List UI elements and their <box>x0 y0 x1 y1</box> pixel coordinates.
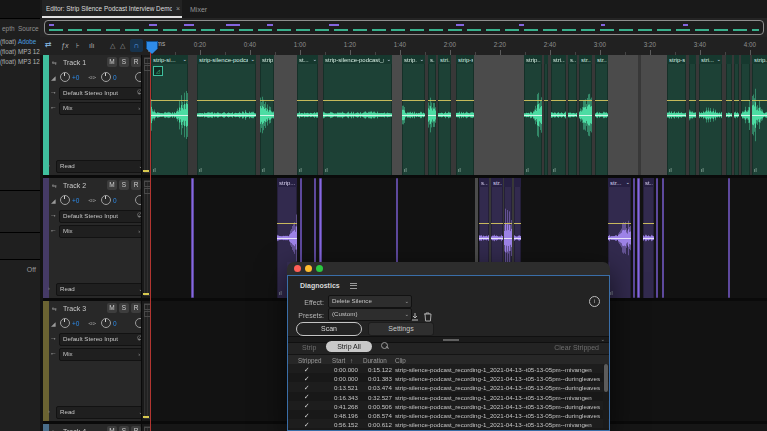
pan-knob[interactable] <box>101 195 111 205</box>
file-list-item[interactable]: (float)Adobe <box>0 37 40 47</box>
solo-button[interactable]: S <box>119 426 129 431</box>
pan-knob[interactable] <box>101 72 111 82</box>
clip-gain-icon[interactable]: ıl <box>404 167 407 173</box>
volume-envelope-line[interactable] <box>151 100 188 101</box>
clip-gain-icon[interactable]: ıl <box>610 290 613 296</box>
files-column-source[interactable]: Source <box>18 26 39 33</box>
audio-clip[interactable]: st...⌄ıl <box>297 55 318 175</box>
mute-button[interactable]: M <box>107 180 117 190</box>
arm-button[interactable]: R <box>131 180 141 190</box>
volume-envelope-line[interactable] <box>752 100 767 101</box>
audio-clip[interactable]: strip-si...ıl <box>456 55 474 175</box>
output-select[interactable]: Mix› <box>59 102 141 115</box>
chevron-down-icon[interactable]: ⌄ <box>600 336 605 342</box>
diagnostic-row[interactable]: ✓0:56.1520:00.612strip-silence-podcast_r… <box>288 419 609 428</box>
track-drag-icon[interactable]: ⇆ <box>52 305 57 312</box>
stripped-silence-block[interactable] <box>474 55 524 175</box>
scan-button[interactable]: Scan <box>296 322 362 336</box>
audio-clip-sliver[interactable] <box>656 178 658 298</box>
input-select[interactable]: Default Stereo Input› <box>59 210 141 223</box>
column-duration[interactable]: Duration <box>363 357 387 364</box>
audio-clip[interactable]: strip-silence-podcast_...⌄ıl <box>197 55 256 175</box>
volume-knob[interactable] <box>60 318 70 328</box>
diagnostic-row[interactable]: ✓0:41.2680:00.506strip-silence-podcast_r… <box>288 401 609 410</box>
clip-gain-icon[interactable]: ıl <box>701 167 704 173</box>
tab-mixer[interactable]: Mixer <box>190 6 207 13</box>
volume-envelope-line[interactable] <box>197 100 256 101</box>
audio-clip[interactable]: st... <box>643 178 654 298</box>
track-lane[interactable]: strip-si...⌄ıl◿strip-silence-podcast_...… <box>149 55 767 175</box>
volume-value[interactable]: +0 <box>72 197 79 204</box>
audio-clip[interactable]: stri... <box>438 55 451 175</box>
audio-clip[interactable]: strip-silence-podcast_reco...⌄ıl <box>323 55 392 175</box>
clear-stripped-button[interactable]: Clear Stripped <box>554 344 599 351</box>
volume-envelope-line[interactable] <box>699 100 722 101</box>
diagnostic-row[interactable]: ✓0:13.5210:03.474strip-silence-podcast_r… <box>288 382 609 391</box>
track-name[interactable]: Track 1 <box>63 59 86 66</box>
audio-clip[interactable]: s... <box>568 55 577 175</box>
clip-gain-icon[interactable]: ıl <box>153 167 156 173</box>
audio-clip[interactable]: strip-si...ıl <box>667 55 686 175</box>
volume-envelope-line[interactable] <box>402 100 425 101</box>
info-icon[interactable]: i <box>589 296 600 307</box>
track-name[interactable]: Track 2 <box>63 182 86 189</box>
audio-clip[interactable] <box>689 55 696 175</box>
splitter-grip[interactable] <box>443 339 459 341</box>
volume-envelope-line[interactable] <box>260 100 274 101</box>
volume-envelope-line[interactable] <box>428 100 436 101</box>
stripped-silence-block[interactable] <box>608 55 638 175</box>
output-select[interactable]: Mix› <box>59 225 141 238</box>
minimize-icon[interactable] <box>305 265 312 272</box>
envelope-disclosure-icon[interactable]: › <box>48 162 50 168</box>
automation-select[interactable]: Read⌄ <box>56 283 141 296</box>
diagnostic-row[interactable]: ✓0:00.0000:15.122strip-silence-podcast_r… <box>288 364 609 373</box>
volume-envelope-line[interactable] <box>689 100 696 101</box>
audio-clip-sliver[interactable] <box>633 178 635 298</box>
clip-gain-icon[interactable]: ıl <box>325 167 328 173</box>
playhead-line[interactable] <box>150 50 151 431</box>
volume-value[interactable]: +0 <box>72 74 79 81</box>
volume-envelope-line[interactable] <box>643 223 654 224</box>
column-clip[interactable]: Clip <box>395 357 406 364</box>
volume-envelope-line[interactable] <box>579 100 592 101</box>
audio-clip[interactable]: stri...⌄ıl <box>699 55 722 175</box>
stripped-silence-block[interactable] <box>392 55 402 175</box>
window-titlebar[interactable] <box>287 262 610 275</box>
audio-clip[interactable] <box>741 55 750 175</box>
mute-button[interactable]: M <box>107 426 117 431</box>
audio-clip-sliver[interactable] <box>637 178 640 298</box>
audio-clip[interactable]: str... <box>595 55 608 175</box>
strip-all-button[interactable]: Strip All <box>326 341 372 352</box>
file-list-item[interactable]: (float)MP3 12 <box>0 47 40 57</box>
close-icon[interactable]: × <box>176 5 180 12</box>
volume-envelope-line[interactable] <box>323 100 392 101</box>
volume-envelope-line[interactable] <box>504 223 512 224</box>
files-column-depth[interactable]: epth <box>2 26 15 33</box>
volume-envelope-line[interactable] <box>491 223 503 224</box>
audio-clip[interactable]: strip-si...⌄ıl◿ <box>151 55 188 175</box>
clip-gain-icon[interactable]: ıl <box>526 167 529 173</box>
audio-clip-sliver[interactable] <box>191 178 194 298</box>
effect-select[interactable]: Delete Silence ⌄ <box>328 295 412 308</box>
panel-menu-icon[interactable] <box>350 281 357 290</box>
diagnostic-row[interactable]: ✓0:16.3430:32.527strip-silence-podcast_r… <box>288 392 609 401</box>
scrollbar-thumb[interactable] <box>604 364 608 392</box>
output-select[interactable]: Mix› <box>59 348 141 361</box>
presets-select[interactable]: (Custom) ⌄ <box>328 308 412 321</box>
clip-gain-icon[interactable]: ıl <box>262 167 265 173</box>
volume-envelope-line[interactable] <box>741 100 750 101</box>
input-select[interactable]: Default Stereo Input› <box>59 87 141 100</box>
clip-gain-icon[interactable]: ıl <box>279 290 282 296</box>
audio-clip[interactable]: strip...ıl <box>260 55 274 175</box>
close-icon[interactable] <box>294 265 301 272</box>
diagnostic-row[interactable]: ✓0:00.0000:01.383strip-silence-podcast_r… <box>288 373 609 382</box>
navigator-range-box[interactable] <box>44 20 764 35</box>
clip-gain-icon[interactable]: ıl <box>299 167 302 173</box>
input-select[interactable]: Default Stereo Input› <box>59 333 141 346</box>
search-icon[interactable] <box>380 341 390 351</box>
solo-button[interactable]: S <box>119 303 129 313</box>
strip-button[interactable]: Strip <box>302 344 316 351</box>
audio-clip-sliver[interactable] <box>662 178 664 298</box>
volume-envelope-line[interactable] <box>524 100 542 101</box>
arm-button[interactable]: R <box>131 426 141 431</box>
